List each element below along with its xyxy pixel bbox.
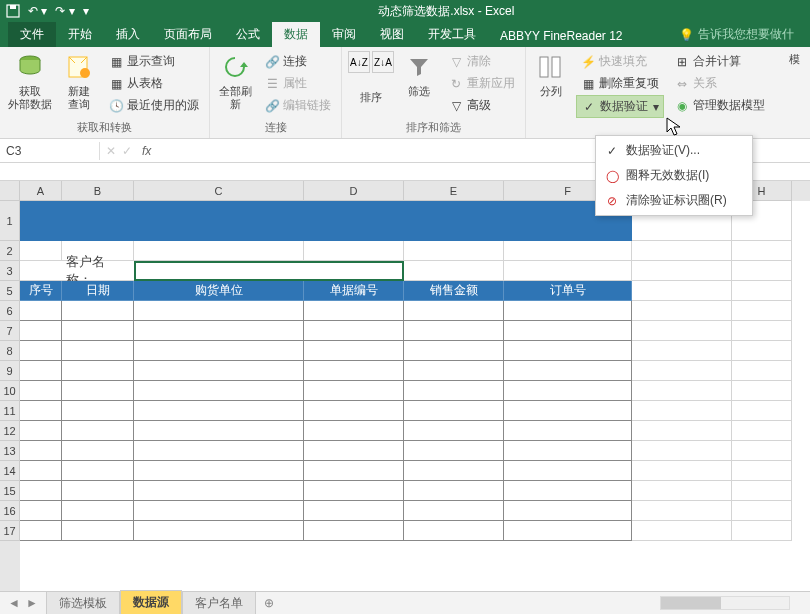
table-cell[interactable] (632, 321, 732, 341)
row-header-6[interactable]: 6 (0, 301, 20, 321)
table-cell[interactable] (304, 521, 404, 541)
table-cell[interactable] (304, 361, 404, 381)
tab-abbyy[interactable]: ABBYY FineReader 12 (488, 25, 635, 47)
select-all-corner[interactable] (0, 181, 20, 201)
show-queries-button[interactable]: ▦显示查询 (104, 51, 203, 72)
table-cell[interactable] (732, 421, 792, 441)
table-cell[interactable] (304, 421, 404, 441)
connections-button[interactable]: 🔗连接 (260, 51, 335, 72)
table-cell[interactable] (404, 461, 504, 481)
tab-nav-prev-icon[interactable]: ◄ (8, 596, 20, 610)
table-cell[interactable] (632, 481, 732, 501)
table-cell[interactable] (20, 441, 62, 461)
table-cell[interactable] (404, 341, 504, 361)
table-cell[interactable] (504, 301, 632, 321)
recent-sources-button[interactable]: 🕓最近使用的源 (104, 95, 203, 116)
table-cell[interactable] (134, 301, 304, 321)
table-cell[interactable] (62, 301, 134, 321)
get-external-data-button[interactable]: 获取 外部数据 (4, 49, 56, 113)
row-header-14[interactable]: 14 (0, 461, 20, 481)
table-cell[interactable] (20, 521, 62, 541)
flash-fill-button[interactable]: ⚡快速填充 (576, 51, 664, 72)
table-cell[interactable] (404, 401, 504, 421)
cell[interactable] (304, 241, 404, 261)
refresh-all-button[interactable]: 全部刷新 (214, 49, 256, 113)
table-cell[interactable] (304, 301, 404, 321)
tab-data[interactable]: 数据 (272, 22, 320, 47)
table-cell[interactable] (20, 481, 62, 501)
table-cell[interactable] (62, 461, 134, 481)
table-cell[interactable] (304, 441, 404, 461)
cell[interactable] (20, 241, 62, 261)
table-cell[interactable] (632, 461, 732, 481)
table-cell[interactable] (20, 361, 62, 381)
table-cell[interactable] (20, 341, 62, 361)
table-cell[interactable] (404, 301, 504, 321)
fx-icon[interactable]: fx (138, 144, 155, 158)
cell[interactable] (632, 261, 732, 281)
table-cell[interactable] (504, 501, 632, 521)
row-header-5[interactable]: 5 (0, 281, 20, 301)
tab-insert[interactable]: 插入 (104, 22, 152, 47)
cell[interactable] (632, 281, 732, 301)
row-header-10[interactable]: 10 (0, 381, 20, 401)
cell[interactable] (732, 281, 792, 301)
data-validation-button[interactable]: ✓数据验证▾ (576, 95, 664, 118)
table-cell[interactable] (632, 301, 732, 321)
tell-me-search[interactable]: 💡 告诉我您想要做什 (671, 22, 802, 47)
table-cell[interactable] (20, 501, 62, 521)
table-cell[interactable] (20, 381, 62, 401)
cell[interactable] (732, 241, 792, 261)
sheet-tab-customer-list[interactable]: 客户名单 (182, 591, 256, 614)
row-header-16[interactable]: 16 (0, 501, 20, 521)
table-cell[interactable] (134, 481, 304, 501)
customer-name-input-cell[interactable] (134, 261, 404, 281)
table-cell[interactable] (304, 481, 404, 501)
properties-button[interactable]: ☰属性 (260, 73, 335, 94)
table-cell[interactable] (632, 441, 732, 461)
table-cell[interactable] (732, 501, 792, 521)
tab-review[interactable]: 审阅 (320, 22, 368, 47)
table-cell[interactable] (504, 481, 632, 501)
table-cell[interactable] (632, 361, 732, 381)
table-cell[interactable] (404, 421, 504, 441)
name-box[interactable]: C3 (0, 142, 100, 160)
table-cell[interactable] (62, 381, 134, 401)
cell[interactable] (404, 241, 504, 261)
cell[interactable] (20, 261, 62, 281)
table-cell[interactable] (732, 301, 792, 321)
row-header-3[interactable]: 3 (0, 261, 20, 281)
tab-view[interactable]: 视图 (368, 22, 416, 47)
cell[interactable] (404, 261, 504, 281)
table-cell[interactable] (504, 461, 632, 481)
table-header-seq[interactable]: 序号 (20, 281, 62, 301)
table-cell[interactable] (304, 321, 404, 341)
table-cell[interactable] (732, 401, 792, 421)
col-header-c[interactable]: C (134, 181, 304, 201)
tab-dev[interactable]: 开发工具 (416, 22, 488, 47)
tab-layout[interactable]: 页面布局 (152, 22, 224, 47)
table-cell[interactable] (732, 381, 792, 401)
undo-button[interactable]: ↶ ▾ (28, 4, 47, 18)
cell[interactable] (134, 241, 304, 261)
table-cell[interactable] (732, 521, 792, 541)
row-header-12[interactable]: 12 (0, 421, 20, 441)
advanced-filter-button[interactable]: ▽高级 (444, 95, 519, 116)
table-cell[interactable] (62, 361, 134, 381)
table-cell[interactable] (20, 401, 62, 421)
table-cell[interactable] (632, 341, 732, 361)
table-cell[interactable] (62, 421, 134, 441)
cell[interactable] (632, 241, 732, 261)
table-cell[interactable] (134, 521, 304, 541)
sort-asc-icon[interactable]: A↓Z (348, 51, 370, 73)
clear-filter-button[interactable]: ▽清除 (444, 51, 519, 72)
text-to-columns-button[interactable]: 分列 (530, 49, 572, 100)
table-cell[interactable] (732, 341, 792, 361)
table-cell[interactable] (134, 361, 304, 381)
relationships-button[interactable]: ⇔关系 (670, 73, 769, 94)
table-cell[interactable] (134, 441, 304, 461)
row-header-8[interactable]: 8 (0, 341, 20, 361)
table-cell[interactable] (404, 521, 504, 541)
table-cell[interactable] (134, 501, 304, 521)
col-header-d[interactable]: D (304, 181, 404, 201)
